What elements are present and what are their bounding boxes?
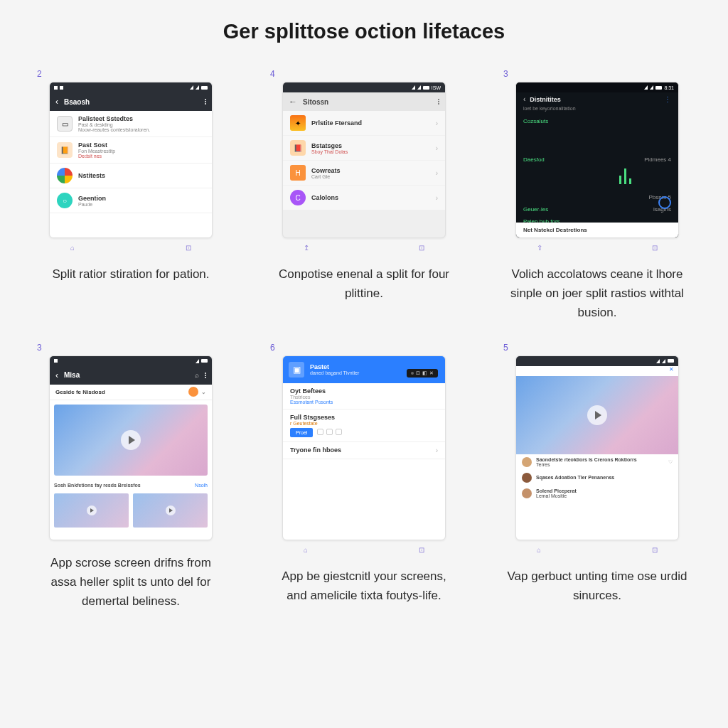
row-title: Sosh Bnkfetions fay resds Brelssfos [54, 483, 141, 488]
phone-mock-5: ▣ Pastetdaned bagand Tivntier ⊡◧✕ Oyt Be… [282, 355, 446, 540]
list-item[interactable]: 📕BstatsgesSboy Thal Dolas› [283, 136, 445, 161]
section-item[interactable]: Full Stsgseses r Geutestate Proel [283, 410, 445, 442]
nav-icon[interactable]: ⌂ [537, 546, 541, 554]
step-cell-3: 3 8:31 ‹ Distnitites ⋮ loet be keyoriona… [502, 69, 692, 323]
step-cell-1: 2 ‹ Bsaosh ▭ Palisteet SstedtesPast & de… [36, 69, 226, 323]
feed-sub: Terres [536, 462, 664, 467]
item-sub: Past & deskting [78, 122, 205, 127]
nav-icon[interactable]: ⊡ [652, 244, 658, 252]
nav-icon[interactable]: ⌂ [304, 546, 308, 554]
overflow-icon[interactable] [438, 99, 439, 105]
video-thumb[interactable] [133, 493, 208, 528]
list-item[interactable]: HCowreatsCart Gle› [283, 161, 445, 186]
time-label: 8:31 [664, 85, 674, 90]
play-icon[interactable] [121, 430, 141, 450]
signal-icon [190, 85, 193, 90]
back-icon[interactable]: ‹ [55, 97, 58, 107]
step-number: 2 [37, 69, 226, 79]
list-item[interactable]: ○ GeentionPaude [50, 188, 212, 213]
fab-circle-icon[interactable] [658, 196, 671, 209]
section-sub: Thstrices [290, 395, 438, 400]
nav-icon[interactable]: ⊡ [652, 546, 658, 554]
avatar-icon [522, 473, 532, 483]
metric-row[interactable]: Cozsaluts [516, 115, 678, 127]
section-title: Geside fe Nisdosd [55, 389, 105, 395]
search-icon[interactable]: ⌕ [195, 371, 199, 379]
battery-icon [423, 86, 429, 90]
overflow-icon[interactable] [205, 99, 206, 105]
back-icon[interactable]: ‹ [55, 370, 58, 380]
like-icon[interactable]: ♡ [668, 459, 673, 465]
step-cell-5: 6 ▣ Pastetdaned bagand Tivntier ⊡◧✕ Oyt … [269, 343, 459, 611]
nav-icon[interactable]: ↥ [304, 244, 309, 252]
feed-item[interactable]: Saondetste rteoktiors ls Crerons Roktior… [516, 454, 678, 470]
close-icon[interactable]: ✕ [669, 366, 674, 376]
footer-nav: ↥⊡ [282, 238, 446, 252]
chevron-down-icon[interactable]: ⌄ [201, 389, 206, 395]
bottom-row[interactable]: Net Nstekci Destretions [516, 223, 678, 237]
item-sub: Sboy Thal Dolas [311, 149, 430, 154]
step-number: 3 [37, 343, 226, 353]
item-title: Palisteet Sstedtes [78, 115, 205, 122]
signal-icon [196, 359, 199, 363]
step-caption: Vap gerbuct unting time ose urdid sinurc… [502, 567, 692, 605]
nav-icon[interactable]: ⌂ [70, 244, 75, 252]
video-hero[interactable] [54, 405, 208, 476]
avatar-icon [522, 457, 532, 467]
play-icon [166, 505, 176, 515]
chevron-right-icon: › [436, 144, 438, 152]
step-number: 5 [503, 343, 692, 353]
list-item[interactable]: ✦Prlstite Ftersand› [283, 111, 445, 136]
list-item[interactable]: ▭ Palisteet SstedtesPast & desktingNoow-… [50, 111, 212, 137]
battery-icon [668, 359, 674, 363]
nav-icon[interactable]: ⊡ [419, 244, 424, 252]
status-bar [50, 82, 212, 92]
thumb-row [50, 491, 212, 530]
phone-mock-2: ISW ← Sitossn ✦Prlstite Ftersand› 📕Bstat… [282, 82, 446, 238]
metric-row[interactable]: Geuer-leslsagins [516, 203, 678, 215]
app-icon: ▣ [289, 362, 304, 378]
chevron-right-icon: › [436, 194, 438, 202]
chevron-right-icon: › [436, 119, 438, 127]
play-icon[interactable] [587, 405, 607, 425]
item-title: Geention [78, 195, 205, 202]
footer-nav: ⌂⊡ [49, 238, 213, 252]
footer-nav: ⌂⊡ [282, 540, 446, 554]
back-icon[interactable]: ‹ [523, 95, 525, 103]
section-title: Oyt Beftees [290, 387, 438, 395]
list-item[interactable]: CCalolons› [283, 186, 445, 210]
list-item[interactable]: Nstitests [50, 164, 212, 188]
section-title: Tryone fin hboes [290, 446, 436, 454]
step-caption: Split ratior stiration for pation. [36, 264, 226, 284]
header-title: Pastet [310, 363, 359, 370]
battery-icon [655, 86, 662, 90]
battery-icon [201, 86, 208, 90]
feed-title: Saondetste rteoktiors ls Crerons Roktior… [536, 457, 664, 462]
overflow-icon[interactable] [205, 373, 206, 378]
section-item[interactable]: Tryone fin hboes › [283, 442, 445, 459]
feed-item[interactable]: Solend PiceperatLemal Mositie [516, 486, 678, 501]
nav-icon[interactable]: ⊡ [419, 546, 424, 554]
metric-row[interactable]: DaesfodPldmees 4 [516, 127, 678, 191]
video-hero[interactable] [516, 376, 678, 454]
signal-icon [412, 85, 415, 90]
metric-row[interactable]: Pbsnm 5 [516, 191, 678, 203]
nav-icon[interactable]: ⊡ [186, 244, 191, 252]
primary-button[interactable]: Proel [290, 428, 313, 437]
overflow-icon[interactable]: ⋮ [664, 95, 671, 103]
toolbar-pill[interactable]: ⊡◧✕ [407, 369, 438, 378]
status-bar: 8:31 [516, 82, 678, 92]
video-thumb[interactable] [54, 493, 129, 528]
section-item[interactable]: Oyt Beftees Thstrices Essmotant Posonts [283, 383, 445, 410]
feed-item[interactable]: Sqases Adoation Tler Penanenss [516, 470, 678, 486]
chevron-right-icon: › [436, 446, 438, 454]
feed-title: Solend Piceperat [536, 488, 673, 493]
back-icon[interactable]: ← [289, 97, 297, 107]
row-link[interactable]: Nsolh [195, 483, 208, 488]
list-item[interactable]: 📙 Past SostFon MeastrestitpDedsit nes [50, 137, 212, 164]
signal-icon [644, 85, 648, 90]
nav-icon[interactable]: ⇧ [537, 244, 542, 252]
row-label: Sosh Bnkfetions fay resds BrelssfosNsolh [50, 480, 212, 491]
metric-key: Daesfod [523, 156, 606, 163]
section-link[interactable]: Essmotant Posonts [290, 400, 438, 405]
